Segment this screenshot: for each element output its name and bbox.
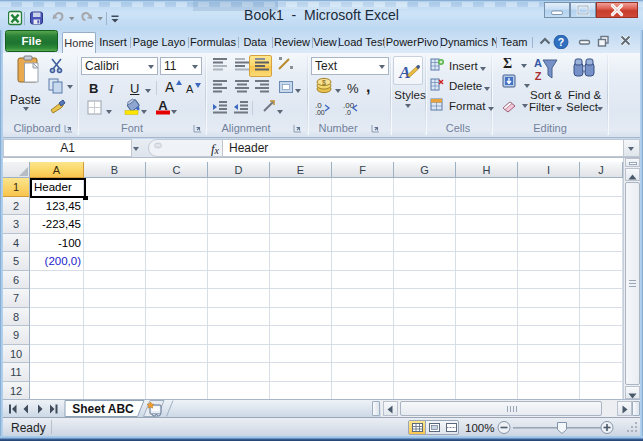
- svg-text:.0: .0: [345, 109, 351, 116]
- svg-text:.00: .00: [315, 109, 325, 116]
- svg-text:?: ?: [558, 36, 564, 48]
- svg-text:A: A: [534, 57, 542, 69]
- svg-text:Z: Z: [535, 70, 542, 82]
- svg-text:A: A: [398, 63, 410, 82]
- svg-text:$: $: [322, 79, 326, 86]
